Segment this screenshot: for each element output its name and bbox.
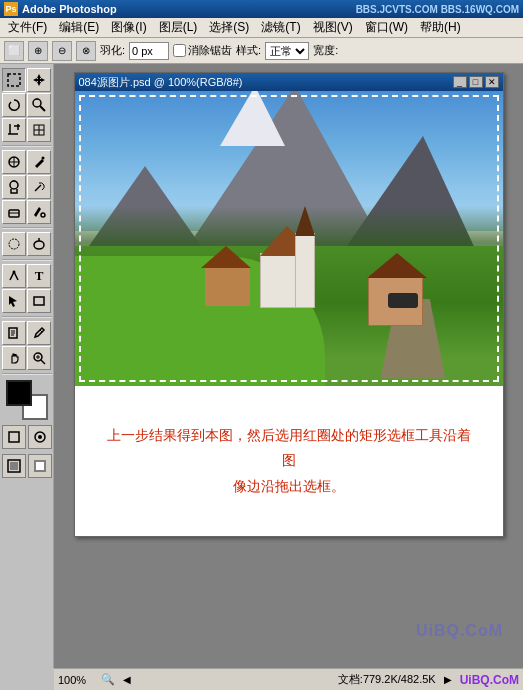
menu-filter[interactable]: 滤镜(T) xyxy=(255,17,306,38)
svg-point-38 xyxy=(38,435,42,439)
document-titlebar: 084源图片.psd @ 100%(RGB/8#) _ □ ✕ xyxy=(75,73,503,91)
quick-mask-mode[interactable] xyxy=(28,425,52,449)
photo-church-spire xyxy=(295,206,315,236)
paint-bucket-tool[interactable] xyxy=(27,200,51,224)
menu-select[interactable]: 选择(S) xyxy=(203,17,255,38)
tool-separator-1 xyxy=(2,145,52,147)
slice-tool[interactable] xyxy=(27,118,51,142)
blur-tool[interactable] xyxy=(2,232,26,256)
document-window: 084源图片.psd @ 100%(RGB/8#) _ □ ✕ xyxy=(74,72,504,537)
menu-view[interactable]: 视图(V) xyxy=(307,17,359,38)
marquee-options-icon2[interactable]: ⊕ xyxy=(28,41,48,61)
eyedropper-tool[interactable] xyxy=(27,321,51,345)
rectangular-marquee-tool[interactable] xyxy=(2,68,26,92)
canvas-area: 084源图片.psd @ 100%(RGB/8#) _ □ ✕ xyxy=(54,64,523,668)
anti-alias-group: 消除锯齿 xyxy=(173,43,232,58)
svg-line-2 xyxy=(40,106,45,111)
move-tool[interactable] xyxy=(27,68,51,92)
main-area: T xyxy=(0,64,523,668)
zoom-tool[interactable] xyxy=(27,346,51,370)
healing-brush-tool[interactable] xyxy=(2,150,26,174)
tool-separator-3 xyxy=(2,259,52,261)
marquee-options-icon4[interactable]: ⊗ xyxy=(76,41,96,61)
svg-point-3 xyxy=(33,99,41,107)
type-tool[interactable]: T xyxy=(27,264,51,288)
clone-stamp-tool[interactable] xyxy=(2,175,26,199)
svg-rect-0 xyxy=(8,74,20,86)
hand-tool[interactable] xyxy=(2,346,26,370)
tool-row-3 xyxy=(2,118,51,142)
tool-row-4 xyxy=(2,150,51,174)
photo-mountain-snow xyxy=(220,91,285,146)
status-arrow-right[interactable]: ▶ xyxy=(444,674,452,685)
path-selection-tool[interactable] xyxy=(2,289,26,313)
dodge-tool[interactable] xyxy=(27,232,51,256)
screen-mode-std[interactable] xyxy=(2,454,26,478)
history-brush-tool[interactable] xyxy=(27,175,51,199)
app-icon: Ps xyxy=(4,2,18,16)
menu-help[interactable]: 帮助(H) xyxy=(414,17,467,38)
doc-window-controls: _ □ ✕ xyxy=(453,76,499,88)
title-watermark: BBS.JCVTS.COM BBS.16WQ.COM xyxy=(356,4,519,15)
toolbox: T xyxy=(0,64,54,668)
tool-row-7 xyxy=(2,232,51,256)
menu-bar: 文件(F) 编辑(E) 图像(I) 图层(L) 选择(S) 滤镜(T) 视图(V… xyxy=(0,18,523,38)
options-bar: ⬜ ⊕ ⊖ ⊗ 羽化: 消除锯齿 样式: 正常 宽度: xyxy=(0,38,523,64)
menu-image[interactable]: 图像(I) xyxy=(105,17,152,38)
marquee-options-icon[interactable]: ⬜ xyxy=(4,41,24,61)
tool-row-2 xyxy=(2,93,51,117)
shape-tool[interactable] xyxy=(27,289,51,313)
doc-minimize-button[interactable]: _ xyxy=(453,76,467,88)
brush-tool[interactable] xyxy=(27,150,51,174)
feather-label: 羽化: xyxy=(100,43,125,58)
bottom-watermark: UiBQ.CoM xyxy=(416,622,503,640)
anti-alias-checkbox[interactable] xyxy=(173,44,186,57)
tool-row-11 xyxy=(2,346,51,370)
tool-row-10 xyxy=(2,321,51,345)
foreground-color[interactable] xyxy=(6,380,32,406)
style-label: 样式: xyxy=(236,43,261,58)
menu-file[interactable]: 文件(F) xyxy=(2,17,53,38)
screen-mode-full-menu[interactable] xyxy=(28,454,52,478)
pen-tool[interactable] xyxy=(2,264,26,288)
title-bar: Ps Adobe Photoshop BBS.JCVTS.COM BBS.16W… xyxy=(0,0,523,18)
tool-separator-2 xyxy=(2,227,52,229)
zoom-icon: 🔍 xyxy=(101,673,115,686)
photo-church-tower xyxy=(295,233,315,308)
status-doc-info: 文档:779.2K/482.5K xyxy=(338,672,436,687)
doc-restore-button[interactable]: □ xyxy=(469,76,483,88)
svg-rect-26 xyxy=(34,297,44,305)
crop-tool[interactable] xyxy=(2,118,26,142)
status-arrow-left[interactable]: ◀ xyxy=(123,674,131,685)
instruction-area: 上一步结果得到本图，然后选用红圈处的矩形选框工具沿着图像边沿拖出选框。 xyxy=(75,386,503,536)
status-watermark: UiBQ.CoM xyxy=(460,673,519,687)
color-swatches[interactable] xyxy=(2,380,52,420)
tool-row-5 xyxy=(2,175,51,199)
status-bar: 100% 🔍 ◀ 文档:779.2K/482.5K ▶ UiBQ.CoM xyxy=(54,668,523,690)
menu-window[interactable]: 窗口(W) xyxy=(359,17,414,38)
eraser-tool[interactable] xyxy=(2,200,26,224)
magic-wand-tool[interactable] xyxy=(27,93,51,117)
svg-point-24 xyxy=(13,271,16,274)
screen-mode-icons xyxy=(2,454,52,478)
photo-house2-roof xyxy=(367,253,427,278)
lasso-tool[interactable] xyxy=(2,93,26,117)
menu-edit[interactable]: 编辑(E) xyxy=(53,17,105,38)
svg-rect-36 xyxy=(9,432,19,442)
standard-mode[interactable] xyxy=(2,425,26,449)
style-select[interactable]: 正常 xyxy=(265,42,309,60)
marquee-options-icon3[interactable]: ⊖ xyxy=(52,41,72,61)
doc-close-button[interactable]: ✕ xyxy=(485,76,499,88)
photo-house-roof xyxy=(201,246,251,268)
mode-icons xyxy=(2,425,52,449)
feather-input[interactable] xyxy=(129,42,169,60)
tool-row-8: T xyxy=(2,264,51,288)
zoom-level: 100% xyxy=(58,674,93,686)
menu-layer[interactable]: 图层(L) xyxy=(153,17,204,38)
photo-house xyxy=(205,266,250,306)
svg-point-15 xyxy=(42,157,45,160)
svg-marker-1 xyxy=(33,74,45,86)
notes-tool[interactable] xyxy=(2,321,26,345)
svg-point-22 xyxy=(34,241,44,249)
svg-point-21 xyxy=(9,239,19,249)
